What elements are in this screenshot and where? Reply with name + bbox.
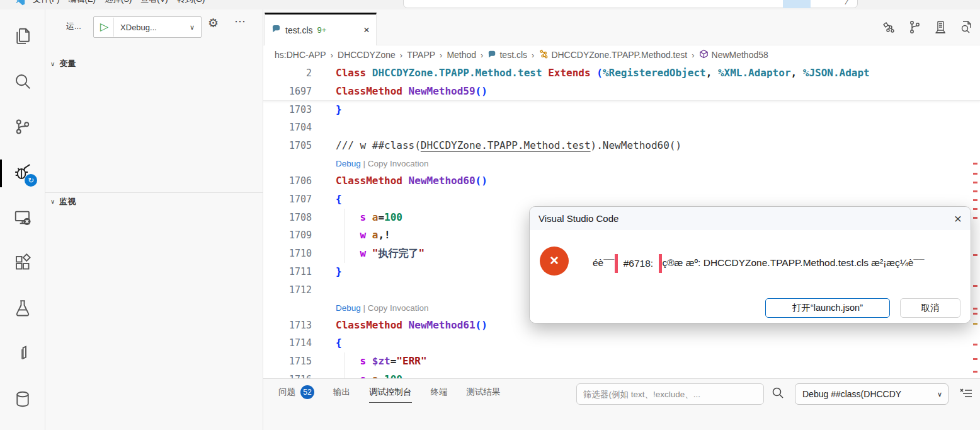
method-symbol-icon <box>699 49 709 61</box>
breadcrumb-separator: › <box>400 50 402 60</box>
class-file-icon <box>487 50 496 61</box>
menu-bar[interactable]: 文件(F)编辑(E)选择(S)查看(V)转到(G) <box>33 0 214 9</box>
codelens-copy-invocation[interactable]: | Copy Invocation <box>361 159 429 168</box>
codelens-debug-link[interactable]: Debug <box>336 159 361 168</box>
breadcrumb-item[interactable]: hs:DHC-APP <box>275 50 326 60</box>
ruler-mark <box>973 208 977 210</box>
breadcrumb-item[interactable]: NewMethod58 <box>699 49 768 61</box>
watch-section-header[interactable]: ∨ 监视 <box>45 192 263 207</box>
panel-tab-测试结果[interactable]: 测试结果 <box>467 385 501 403</box>
menu-item[interactable]: 编辑(E) <box>69 0 96 4</box>
ruler-mark <box>973 313 977 315</box>
cancel-button[interactable]: 取消 <box>900 298 960 318</box>
breadcrumb-label: DHCCDYZone <box>338 50 396 60</box>
panel-tab-调试控制台[interactable]: 调试控制台 <box>369 385 412 403</box>
activity-item-remote-explorer[interactable] <box>0 196 45 241</box>
ruler-mark <box>973 285 977 287</box>
menu-item[interactable]: 转到(G) <box>177 0 205 4</box>
remote-icon <box>13 208 32 230</box>
code-line[interactable]: 1714{ <box>263 334 980 352</box>
tab-file-name: test.cls <box>285 25 313 35</box>
activity-item-search[interactable] <box>0 60 45 105</box>
activity-item-objectscript[interactable] <box>0 332 45 378</box>
activity-item-source-control[interactable] <box>0 105 45 151</box>
ruler-mark <box>973 358 977 360</box>
line-number: 1697 <box>263 83 312 101</box>
menu-item[interactable]: 文件(F) <box>33 0 60 4</box>
panel-tab-输出[interactable]: 输出 <box>333 385 350 403</box>
filter-input[interactable] <box>576 383 764 405</box>
search-icon[interactable] <box>771 386 785 400</box>
activity-item-database[interactable] <box>0 378 45 423</box>
activity-item-explorer[interactable] <box>0 15 45 60</box>
panel-tab-终端[interactable]: 终端 <box>431 385 448 403</box>
overview-ruler[interactable] <box>971 45 980 378</box>
menu-item[interactable]: 选择(S) <box>105 0 132 4</box>
line-number: 1713 <box>263 317 312 335</box>
menu-item[interactable]: 查看(V) <box>140 0 168 4</box>
breadcrumb-item[interactable]: DHCCDYZone <box>338 50 396 60</box>
codelens-copy-invocation[interactable]: | Copy Invocation <box>361 303 429 313</box>
ruler-mark <box>973 323 977 325</box>
breadcrumb-label: hs:DHC-APP <box>275 50 326 60</box>
panel-tab-label: 终端 <box>431 386 448 398</box>
line-number: 1712 <box>263 281 312 299</box>
vscode-logo-icon <box>16 0 25 8</box>
activity-item-extensions[interactable] <box>0 241 45 287</box>
debug-console-session-select[interactable]: Debug ##class(DHCCDY ∨ <box>795 383 949 405</box>
start-debug-icon[interactable]: ▷ <box>94 18 114 37</box>
annotation-highlight-box: #6718: <box>615 254 662 273</box>
line-number: 1709 <box>263 226 312 245</box>
code-line[interactable]: 1697ClassMethod NewMethod59() <box>263 83 980 101</box>
ruler-mark <box>973 308 977 310</box>
breadcrumb-label: test.cls <box>499 50 527 60</box>
breadcrumb: hs:DHC-APP›DHCCDYZone›TPAPP›Method›test.… <box>263 45 980 64</box>
tab-bar: test.cls 9+ × <box>263 9 980 45</box>
code-line[interactable]: 2Class DHCCDYZone.TPAPP.Method.test Exte… <box>263 64 980 83</box>
activity-item-testing[interactable] <box>0 287 45 332</box>
code-line[interactable]: 1706ClassMethod NewMethod60() <box>263 172 980 190</box>
breadcrumb-separator: › <box>532 50 534 60</box>
title-bar: 文件(F)编辑(E)选择(S)查看(V)转到(G) ⁄ <box>0 0 980 9</box>
debug-config-name[interactable]: XDebug... <box>114 23 190 32</box>
breadcrumb-item[interactable]: TPAPP <box>407 50 435 60</box>
run-and-debug-label: 运... <box>66 21 81 32</box>
code-line[interactable]: 1703} <box>263 101 980 119</box>
search-document-icon[interactable] <box>959 20 974 35</box>
close-icon[interactable]: × <box>954 212 962 225</box>
clear-console-icon[interactable] <box>959 386 974 401</box>
variables-section-header[interactable]: ∨ 变量 <box>45 56 263 71</box>
objectscript-symbols-icon[interactable] <box>881 20 896 35</box>
code-line[interactable]: 1715 s $zt="ERR" <box>263 352 980 371</box>
code-line[interactable]: 1716 s a=100 <box>263 371 980 378</box>
extensions-icon <box>13 253 32 275</box>
indent-guide <box>345 209 345 227</box>
code-line[interactable]: 1704 <box>263 119 980 137</box>
panel-tab-问题[interactable]: 问题52 <box>278 385 314 403</box>
ruler-mark <box>973 173 977 175</box>
line-number: 1704 <box>263 119 312 137</box>
breadcrumb-item[interactable]: DHCCDYZone.TPAPP.Method.test <box>538 49 687 61</box>
gear-icon[interactable]: ⚙ <box>208 16 219 30</box>
dialog-message: éè¯¯ #6718: ç®æ æº: DHCCDYZone.TPAPP.Met… <box>593 254 962 273</box>
breadcrumb-label: NewMethod58 <box>712 50 768 60</box>
problems-count-badge: 52 <box>300 385 314 399</box>
breadcrumb-item[interactable]: test.cls <box>487 50 527 61</box>
server-icon[interactable] <box>933 20 948 35</box>
line-number: 1714 <box>263 334 312 352</box>
code-line[interactable]: 1705/// w ##class(DHCCDYZone.TPAPP.Metho… <box>263 137 980 155</box>
more-actions-icon[interactable]: ⋯ <box>234 15 246 28</box>
breadcrumb-item[interactable]: Method <box>447 50 476 60</box>
close-icon[interactable]: × <box>363 24 370 37</box>
open-launch-json-button[interactable]: 打开“launch.json” <box>765 298 890 318</box>
activity-item-run-and-debug[interactable]: ↻ <box>0 151 45 196</box>
source-control-graph-icon[interactable] <box>907 20 922 35</box>
codelens-debug-link[interactable]: Debug <box>336 303 361 313</box>
search-icon <box>13 72 32 93</box>
panel-tab-label: 输出 <box>333 386 350 398</box>
ruler-mark <box>973 199 977 201</box>
command-center[interactable]: ⁄ <box>403 0 858 8</box>
debug-config-picker[interactable]: ▷ XDebug... ∨ <box>93 16 202 38</box>
line-number: 1715 <box>263 352 312 371</box>
tab-test-cls[interactable]: test.cls 9+ × <box>265 13 377 45</box>
